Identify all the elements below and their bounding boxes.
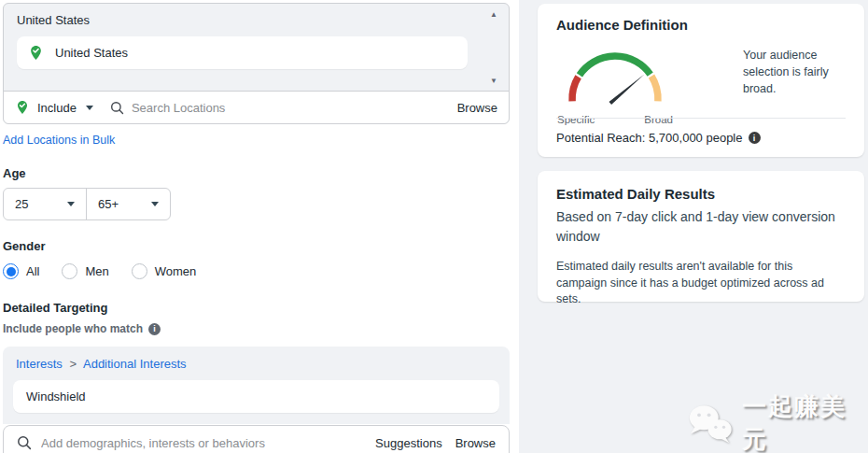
watermark-text: 一起赚美元	[742, 390, 868, 453]
breadcrumb-additional-interests-link[interactable]: Additional Interests	[83, 357, 187, 371]
chevron-down-icon	[86, 106, 93, 110]
suggestions-button[interactable]: Suggestions	[375, 436, 442, 450]
detailed-targeting-search-input[interactable]	[41, 436, 366, 450]
include-pin-icon	[15, 100, 30, 115]
chevron-down-icon	[151, 202, 159, 206]
locations-list: United States United States	[4, 4, 509, 69]
gauge-labels: Specific Broad	[554, 114, 676, 125]
wechat-logo-icon	[687, 402, 734, 445]
detailed-targeting-box: Interests > Additional Interests Windshi…	[3, 347, 510, 424]
age-min-value: 25	[15, 197, 28, 211]
search-icon	[17, 435, 32, 450]
estimated-daily-results-title: Estimated Daily Results	[556, 186, 846, 202]
audience-gauge: Specific Broad	[554, 41, 676, 125]
potential-reach: Potential Reach: 5,700,000 people i	[556, 131, 761, 145]
interest-chip[interactable]: Windshield	[13, 380, 499, 413]
ads-manager-targeting-screen: United States United States ▲ ▼	[0, 0, 868, 453]
age-max-select[interactable]: 65+	[87, 189, 170, 219]
locations-search-input[interactable]	[132, 101, 450, 115]
detailed-targeting-search-row: Suggestions Browse	[3, 425, 510, 453]
scroll-down-icon[interactable]: ▼	[490, 78, 497, 85]
detailed-browse-button[interactable]: Browse	[455, 436, 496, 450]
gauge-specific-label: Specific	[557, 114, 595, 125]
gauge-broad-label: Broad	[644, 114, 673, 125]
gender-option-label: All	[26, 264, 39, 278]
watermark: 一起赚美元	[687, 390, 868, 453]
info-icon[interactable]: i	[148, 323, 161, 335]
breadcrumb-separator: >	[65, 357, 80, 371]
radio-unchecked-icon	[62, 263, 77, 279]
search-icon	[110, 101, 124, 115]
add-locations-bulk-link[interactable]: Add Locations in Bulk	[3, 134, 115, 147]
interest-chip-label: Windshield	[26, 389, 86, 403]
locations-list-header: United States	[17, 13, 468, 27]
gender-option-label: Women	[155, 264, 197, 278]
locations-scrollbar[interactable]: ▲ ▼	[480, 5, 508, 92]
age-label: Age	[3, 166, 510, 180]
targeting-form: United States United States ▲ ▼	[3, 3, 510, 453]
divider	[556, 118, 846, 119]
include-dropdown[interactable]: Include	[15, 100, 93, 115]
age-max-value: 65+	[98, 197, 119, 211]
gender-label: Gender	[3, 239, 510, 253]
gender-radio-group: All Men Women	[3, 263, 510, 279]
include-people-hint: Include people who match i	[3, 322, 510, 335]
radio-checked-icon	[3, 263, 19, 279]
gender-option-all[interactable]: All	[3, 263, 39, 279]
locations-box: United States United States ▲ ▼	[3, 3, 510, 124]
scroll-up-icon[interactable]: ▲	[490, 11, 497, 19]
gender-option-men[interactable]: Men	[62, 263, 108, 279]
locations-browse-button[interactable]: Browse	[457, 101, 497, 115]
estimated-daily-results-body: Estimated daily results aren't available…	[556, 259, 846, 308]
include-dropdown-label: Include	[37, 101, 77, 115]
age-min-select[interactable]: 25	[4, 189, 87, 219]
detailed-targeting-label: Detailed Targeting	[3, 301, 510, 315]
chevron-down-icon	[67, 202, 75, 206]
include-people-hint-text: Include people who match	[3, 322, 143, 335]
location-chip-label: United States	[55, 46, 128, 60]
locations-search-row: Include Browse	[4, 91, 509, 123]
breadcrumb-interests-link[interactable]: Interests	[16, 357, 63, 371]
right-sidebar: Audience Definition Specific Broad Your …	[519, 0, 868, 453]
location-pin-check-icon	[28, 45, 44, 61]
gender-option-women[interactable]: Women	[132, 263, 197, 279]
potential-reach-text: Potential Reach: 5,700,000 people	[556, 131, 743, 145]
location-chip[interactable]: United States	[17, 36, 468, 69]
gauge-meter-icon	[554, 41, 676, 108]
gender-option-label: Men	[85, 264, 108, 278]
audience-description: Your audience selection is fairly broad.	[743, 47, 851, 97]
info-icon[interactable]: i	[749, 132, 761, 144]
breadcrumb: Interests > Additional Interests	[13, 357, 499, 371]
audience-definition-card: Audience Definition Specific Broad Your …	[538, 4, 864, 157]
audience-definition-title: Audience Definition	[556, 17, 846, 33]
detailed-targeting-actions: Suggestions Browse	[375, 436, 496, 450]
estimated-daily-results-card: Estimated Daily Results Based on 7-day c…	[538, 171, 864, 302]
radio-unchecked-icon	[132, 263, 147, 279]
estimated-daily-results-subtitle: Based on 7-day click and 1-day view conv…	[556, 207, 846, 247]
age-range-control: 25 65+	[3, 188, 171, 220]
